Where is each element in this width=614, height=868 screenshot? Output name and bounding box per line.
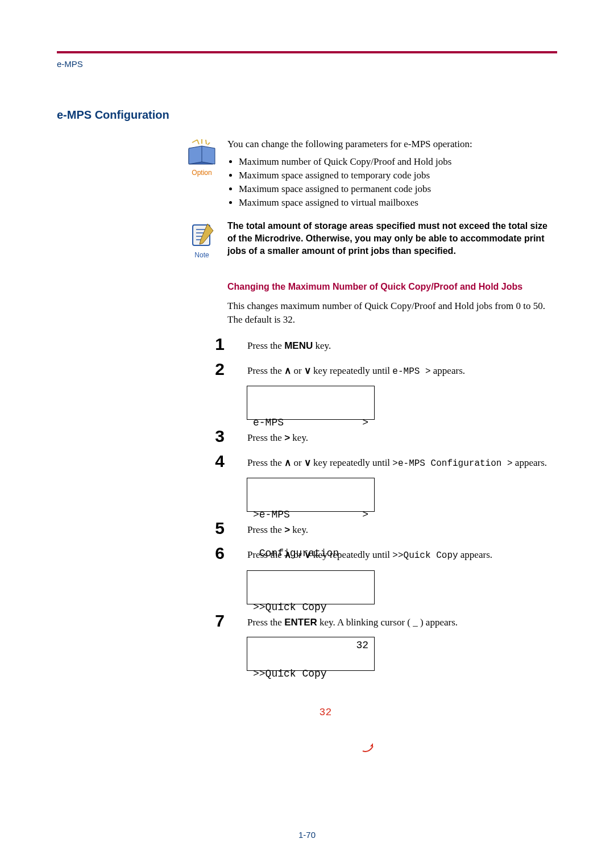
chevron-down-icon: ∨ xyxy=(304,456,311,470)
step-7: 7 Press the ENTER key. A blinking cursor… xyxy=(227,616,557,671)
step-text-fragment: key. A blinking cursor ( _ ) appears. xyxy=(317,617,458,628)
step-text-fragment: Press the xyxy=(247,432,284,443)
step-number: 4 xyxy=(208,452,225,471)
step-text-fragment: Press the xyxy=(247,617,284,628)
page-container: e-MPS e-MPS Configuration Option You can… xyxy=(0,0,614,868)
intro-bullet: Maximum number of Quick Copy/Proof and H… xyxy=(239,156,557,168)
option-icon-label: Option xyxy=(192,169,211,177)
running-header: e-MPS xyxy=(57,59,557,69)
step-text-fragment: key. xyxy=(290,432,308,443)
step-text-fragment: Press the xyxy=(247,524,284,535)
chevron-up-icon: ∧ xyxy=(284,456,291,470)
step-number: 7 xyxy=(208,611,225,631)
note-pad-icon xyxy=(185,220,219,249)
step-text-fragment: key. xyxy=(290,524,308,535)
section-title: e-MPS Configuration xyxy=(57,108,557,122)
lcd-cursor-value: 32 xyxy=(320,706,368,745)
step-text-fragment: Press the xyxy=(247,365,284,376)
step-text-fragment: Press the xyxy=(247,340,284,351)
lcd-inline: >e-MPS Configuration > xyxy=(392,458,512,469)
key-name: MENU xyxy=(284,340,313,351)
step-number: 6 xyxy=(208,544,225,563)
lcd-text: > xyxy=(362,508,368,521)
step-text-fragment: appears. xyxy=(458,549,492,560)
lcd-inline: e-MPS > xyxy=(392,366,430,377)
page-number: 1-70 xyxy=(0,830,614,840)
key-name: > xyxy=(284,524,290,535)
chevron-down-icon: ∨ xyxy=(304,548,311,562)
page-top-rule xyxy=(57,51,557,53)
intro-bullet: Maximum space assigned to virtual mailbo… xyxy=(239,197,557,208)
chevron-up-icon: ∧ xyxy=(284,548,291,562)
key-name: > xyxy=(284,432,290,443)
step-text-fragment: or xyxy=(291,549,304,560)
chevron-down-icon: ∨ xyxy=(304,364,311,378)
note-icon-label: Note xyxy=(194,251,209,259)
lcd-display: >>Quick Copy 32 xyxy=(247,570,375,604)
step-number: 5 xyxy=(208,519,225,538)
step-4: 4 Press the ∧ or ∨ key repeatedly until … xyxy=(227,456,557,512)
lcd-display: >>Quick Copy 32 xyxy=(247,637,375,671)
step-number: 1 xyxy=(208,335,225,354)
lcd-display: e-MPS> xyxy=(247,386,375,420)
intro-bullet: Maximum space assigned to permanent code… xyxy=(239,183,557,195)
step-text-fragment: key. xyxy=(313,340,331,351)
step-text-fragment: appears. xyxy=(431,365,465,376)
step-5: 5 Press the > key. xyxy=(227,523,557,537)
note-icon-block: Note xyxy=(182,220,222,259)
step-text-fragment: or xyxy=(291,365,304,376)
lcd-text: >>Quick Copy xyxy=(253,601,368,614)
option-book-icon xyxy=(185,137,219,167)
step-text-fragment: Press the xyxy=(247,457,284,468)
step-text-fragment: Press the xyxy=(247,549,284,560)
step-3: 3 Press the > key. xyxy=(227,431,557,445)
intro-bullet-list: Maximum number of Quick Copy/Proof and H… xyxy=(227,156,557,208)
curved-arrow-icon xyxy=(362,741,379,753)
subsection-heading: Changing the Maximum Number of Quick Cop… xyxy=(227,281,557,293)
step-text-fragment: or xyxy=(291,457,304,468)
key-name: ENTER xyxy=(284,617,317,628)
lcd-display: >e-MPS> Configuration xyxy=(247,478,375,512)
intro-lead: You can change the following parameters … xyxy=(227,137,557,152)
subsection-body: This changes maximum number of Quick Cop… xyxy=(227,299,557,327)
lcd-text: > xyxy=(362,416,368,429)
step-text-fragment: key repeatedly until xyxy=(311,457,393,468)
step-number: 2 xyxy=(208,360,225,379)
lcd-text: >>Quick Copy xyxy=(253,667,368,681)
step-6: 6 Press the ∧ or ∨ key repeatedly until … xyxy=(227,548,557,604)
step-number: 3 xyxy=(208,427,225,446)
lcd-text: >e-MPS xyxy=(253,508,290,521)
step-text-fragment: appears. xyxy=(513,457,547,468)
lcd-text: e-MPS xyxy=(253,416,284,429)
chevron-up-icon: ∧ xyxy=(284,364,291,378)
lcd-inline: >>Quick Copy xyxy=(392,550,458,561)
step-2: 2 Press the ∧ or ∨ key repeatedly until … xyxy=(227,364,557,420)
intro-bullet: Maximum space assigned to temporary code… xyxy=(239,170,557,181)
option-icon-block: Option xyxy=(182,137,222,177)
step-1: 1 Press the MENU key. xyxy=(227,339,557,353)
step-text-fragment: key repeatedly until xyxy=(311,549,393,560)
step-text-fragment: key repeatedly until xyxy=(311,365,393,376)
note-text: The total amount of storage areas specif… xyxy=(227,220,557,258)
